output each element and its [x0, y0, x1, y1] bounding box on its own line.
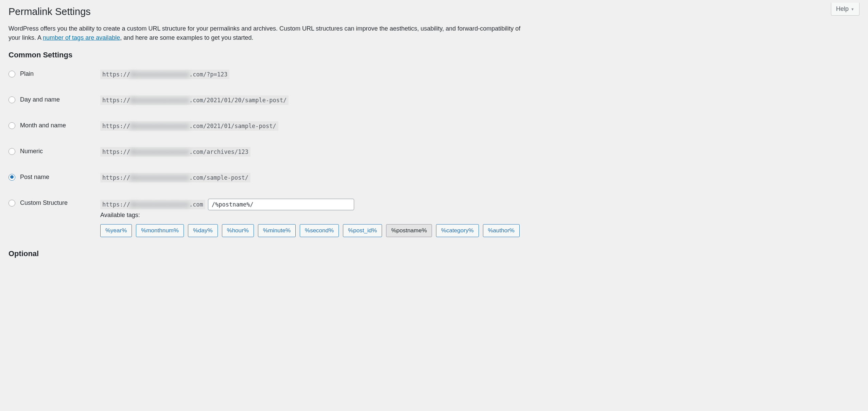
label-custom[interactable]: Custom Structure: [20, 199, 68, 207]
example-plain: https://dxxxxxxxxxxxxxxxx.com/?p=123: [100, 70, 229, 79]
tag-second[interactable]: %second%: [300, 224, 339, 237]
intro-text: WordPress offers you the ability to crea…: [8, 24, 525, 42]
option-custom-row: Custom Structure https://dxxxxxxxxxxxxxx…: [8, 199, 860, 210]
radio-day-name[interactable]: [8, 96, 15, 103]
permalink-options: Plain https://dxxxxxxxxxxxxxxxx.com/?p=1…: [8, 70, 860, 237]
tag-monthnum[interactable]: %monthnum%: [136, 224, 184, 237]
example-dayname: https://dxxxxxxxxxxxxxxxx.com/2021/01/20…: [100, 95, 289, 105]
intro-post: , and here are some examples to get you …: [120, 34, 253, 41]
tag-category[interactable]: %category%: [436, 224, 479, 237]
label-day-name[interactable]: Day and name: [20, 96, 60, 103]
optional-heading: Optional: [8, 249, 860, 258]
radio-custom[interactable]: [8, 200, 15, 207]
available-tags-row: Available tags: %year% %monthnum% %day% …: [8, 212, 860, 237]
example-postname: https://dxxxxxxxxxxxxxxxx.com/sample-pos…: [100, 173, 250, 182]
page-title: Permalink Settings: [8, 3, 860, 17]
example-numeric: https://dxxxxxxxxxxxxxxxx.com/archives/1…: [100, 147, 250, 157]
tags-container: %year% %monthnum% %day% %hour% %minute% …: [100, 224, 860, 237]
tag-day[interactable]: %day%: [188, 224, 218, 237]
common-settings-heading: Common Settings: [8, 51, 860, 59]
available-tags-label: Available tags:: [100, 212, 860, 219]
tag-postname[interactable]: %postname%: [386, 224, 432, 237]
tag-post-id[interactable]: %post_id%: [343, 224, 382, 237]
option-numeric-row: Numeric https://dxxxxxxxxxxxxxxxx.com/ar…: [8, 147, 860, 157]
tag-hour[interactable]: %hour%: [222, 224, 254, 237]
option-plain-row: Plain https://dxxxxxxxxxxxxxxxx.com/?p=1…: [8, 70, 860, 79]
option-monthname-row: Month and name https://dxxxxxxxxxxxxxxxx…: [8, 121, 860, 131]
label-numeric[interactable]: Numeric: [20, 148, 43, 155]
radio-post-name[interactable]: [8, 174, 15, 181]
tag-year[interactable]: %year%: [100, 224, 132, 237]
chevron-down-icon: ▼: [851, 7, 854, 11]
radio-numeric[interactable]: [8, 148, 15, 155]
radio-month-name[interactable]: [8, 122, 15, 129]
help-tab-label: Help: [836, 5, 849, 13]
tags-available-link[interactable]: number of tags are available: [43, 34, 120, 41]
tag-minute[interactable]: %minute%: [258, 224, 296, 237]
tag-author[interactable]: %author%: [483, 224, 520, 237]
option-dayname-row: Day and name https://dxxxxxxxxxxxxxxxx.c…: [8, 95, 860, 105]
help-tab[interactable]: Help ▼: [831, 3, 860, 16]
label-month-name[interactable]: Month and name: [20, 122, 66, 129]
example-monthname: https://dxxxxxxxxxxxxxxxx.com/2021/01/sa…: [100, 121, 278, 131]
option-postname-row: Post name https://dxxxxxxxxxxxxxxxx.com/…: [8, 173, 860, 182]
custom-structure-input[interactable]: [208, 199, 354, 210]
label-plain[interactable]: Plain: [20, 70, 34, 77]
example-custom-prefix: https://dxxxxxxxxxxxxxxxx.com: [100, 200, 205, 209]
label-post-name[interactable]: Post name: [20, 174, 49, 181]
radio-plain[interactable]: [8, 71, 15, 77]
